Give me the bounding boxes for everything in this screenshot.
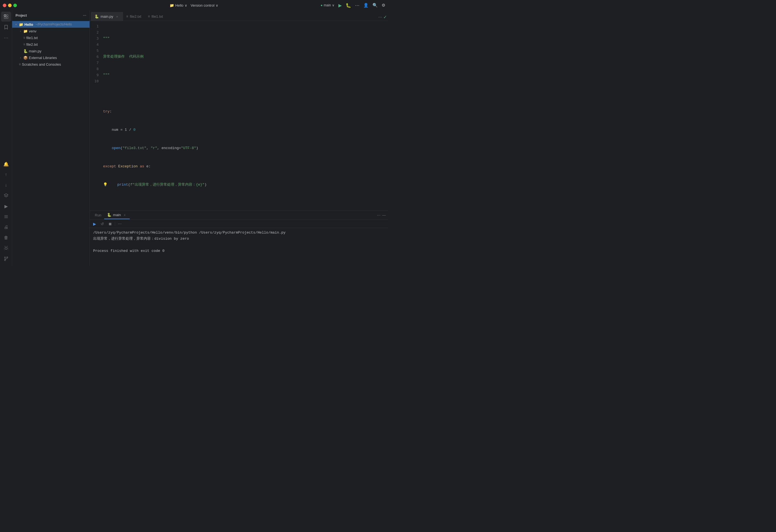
tree-hello-path: ~/PycharmProjects/Hello bbox=[35, 22, 72, 26]
sidebar-list-icon[interactable] bbox=[1, 212, 11, 222]
svg-rect-2 bbox=[4, 17, 6, 19]
line-numbers: 1 2 3 4 5 6 7 8 9 10 bbox=[90, 21, 101, 211]
tree-label-file1: file1.txt bbox=[26, 36, 38, 40]
stop-toolbar-btn[interactable]: ⏹ bbox=[107, 220, 114, 228]
traffic-lights bbox=[3, 4, 17, 7]
tab-label-main-py: main.py bbox=[101, 14, 113, 19]
svg-point-10 bbox=[4, 260, 6, 261]
run-button[interactable]: ▶ bbox=[338, 3, 342, 8]
close-window-button[interactable] bbox=[3, 4, 6, 7]
tree-item-file1[interactable]: ≡ file1.txt bbox=[12, 34, 89, 41]
folder-icon-ext: 📦 bbox=[23, 56, 28, 60]
project-selector[interactable]: 📁 Hello ∨ bbox=[170, 3, 187, 7]
console-output: /Users/zyq/PycharmProjects/Hello/venv/bi… bbox=[90, 228, 388, 266]
tree-label-main-py: main.py bbox=[29, 49, 41, 53]
code-editor[interactable]: 1 2 3 4 5 6 7 8 9 10 """ 异常处理操作 代码示例 """… bbox=[90, 21, 388, 211]
code-line-8: except Exception as e: bbox=[103, 164, 388, 170]
titlebar: 📁 Hello ∨ Version control ∨ ● main ∨ ▶ 🐛… bbox=[0, 0, 388, 11]
tree-item-main-py[interactable]: 🐍 main.py bbox=[12, 48, 89, 54]
minimize-window-button[interactable] bbox=[8, 4, 12, 7]
txt-icon-file2: ≡ bbox=[23, 42, 25, 46]
project-panel: Project ⋯ ▼ 📁 Hello ~/PycharmProjects/He… bbox=[12, 11, 90, 266]
tab-main-py[interactable]: 🐍 main.py × bbox=[91, 12, 123, 21]
sidebar-bookmark-icon[interactable] bbox=[1, 22, 11, 32]
sidebar-bug-icon[interactable] bbox=[1, 243, 11, 253]
tree-item-hello[interactable]: ▼ 📁 Hello ~/PycharmProjects/Hello bbox=[12, 21, 89, 28]
maximize-window-button[interactable] bbox=[13, 4, 17, 7]
titlebar-right: ● main ∨ ▶ 🐛 ⋯ 👤 🔍 ⚙ bbox=[321, 3, 385, 8]
tab-file1-txt[interactable]: ≡ file1.txt bbox=[145, 12, 166, 21]
tab-bar-more[interactable]: ⋯ bbox=[378, 15, 382, 19]
more-actions-button[interactable]: ⋯ bbox=[355, 3, 360, 8]
sidebar-trash-icon[interactable]: 🗑 bbox=[1, 233, 11, 243]
folder-icon-venv: 📁 bbox=[23, 29, 28, 33]
sidebar-layers-icon[interactable] bbox=[1, 191, 11, 201]
bottom-tabs: Run 🐍 main × ⋯ — bbox=[90, 211, 388, 220]
code-line-7: open("file3.txt", "r", encoding="UTF-8") bbox=[103, 145, 388, 151]
bottom-tab-actions: ⋯ — bbox=[377, 213, 386, 217]
tab-txt-icon-file1: ≡ bbox=[148, 14, 150, 18]
sidebar-down-icon[interactable]: ↓ bbox=[1, 180, 11, 190]
folder-icon: 📁 bbox=[170, 3, 174, 7]
sidebar-up-icon[interactable]: ↑ bbox=[1, 170, 11, 180]
chevron-down-icon: ∨ bbox=[216, 3, 218, 7]
txt-icon-file1: ≡ bbox=[23, 36, 25, 40]
titlebar-center: 📁 Hello ∨ Version control ∨ bbox=[170, 3, 218, 7]
tree-label-venv: venv bbox=[29, 29, 36, 33]
tree-item-venv[interactable]: › 📁 venv bbox=[12, 28, 89, 34]
svg-point-7 bbox=[5, 247, 7, 249]
tree-arrow-venv: › bbox=[19, 30, 22, 33]
bottom-panel: Run 🐍 main × ⋯ — ▶ ↺ ⏹ ⋯ /U bbox=[90, 211, 388, 266]
code-line-4 bbox=[103, 90, 388, 96]
code-line-10 bbox=[103, 200, 388, 206]
bottom-tab-more[interactable]: ⋯ bbox=[377, 213, 381, 217]
tab-bar-actions: ⋯ ✓ bbox=[378, 14, 387, 21]
console-line-4: Process finished with exit code 0 bbox=[93, 248, 385, 254]
sidebar-project-icon[interactable] bbox=[1, 12, 11, 22]
tab-label-file2: file2.txt bbox=[130, 14, 141, 19]
project-header-more[interactable]: ⋯ bbox=[83, 14, 86, 17]
search-button[interactable]: 🔍 bbox=[373, 3, 378, 8]
tab-file2-txt[interactable]: ≡ file2.txt bbox=[123, 12, 145, 21]
check-mark-icon: ✓ bbox=[383, 14, 387, 20]
bottom-tab-main[interactable]: 🐍 main × bbox=[104, 211, 130, 219]
bottom-tab-run[interactable]: Run bbox=[92, 211, 104, 219]
version-control-label: Version control bbox=[191, 3, 214, 7]
code-content[interactable]: """ 异常处理操作 代码示例 """ try: num = 1 / 0 ope… bbox=[101, 21, 388, 211]
svg-rect-0 bbox=[4, 15, 6, 16]
main-layout: ⋯ 🔔 ↑ ↓ ▶ 🖨 🗑 Project ⋯ bbox=[0, 11, 388, 266]
console-line-1: /Users/zyq/PycharmProjects/Hello/venv/bi… bbox=[93, 230, 385, 236]
debug-button[interactable]: 🐛 bbox=[346, 3, 351, 8]
sidebar-icons-bottom: 🔔 ↑ ↓ ▶ 🖨 🗑 bbox=[1, 159, 11, 266]
tab-label-file1: file1.txt bbox=[152, 14, 163, 19]
bottom-toolbar: ▶ ↺ ⏹ ⋯ bbox=[90, 220, 388, 228]
sidebar-notifications-icon[interactable]: 🔔 bbox=[1, 159, 11, 169]
user-button[interactable]: 👤 bbox=[363, 3, 369, 8]
tree-item-file2[interactable]: ≡ file2.txt bbox=[12, 41, 89, 48]
main-tab-label: main bbox=[113, 213, 121, 217]
bottom-tab-close[interactable]: × bbox=[123, 213, 127, 217]
run-toolbar-btn[interactable]: ▶ bbox=[91, 220, 98, 228]
sidebar-run-icon[interactable]: ▶ bbox=[1, 201, 11, 211]
code-line-2: 异常处理操作 代码示例 bbox=[103, 54, 388, 60]
more-toolbar-btn[interactable]: ⋯ bbox=[116, 220, 123, 228]
version-control-selector[interactable]: Version control ∨ bbox=[191, 3, 218, 7]
sidebar-print-icon[interactable]: 🖨 bbox=[1, 222, 11, 232]
tree-item-scratches[interactable]: ≡ Scratches and Consoles bbox=[12, 61, 89, 68]
sidebar-git-icon[interactable] bbox=[1, 254, 11, 264]
settings-button[interactable]: ⚙ bbox=[382, 3, 385, 8]
rerun-toolbar-btn[interactable]: ↺ bbox=[99, 220, 106, 228]
bottom-tab-minimize[interactable]: — bbox=[382, 213, 386, 217]
py-icon-main: 🐍 bbox=[23, 49, 28, 53]
project-label: Project bbox=[15, 14, 27, 17]
tab-bar: 🐍 main.py × ≡ file2.txt ≡ file1.txt ⋯ ✓ bbox=[90, 11, 388, 21]
tree-arrow-external-libs: › bbox=[19, 56, 22, 59]
code-line-5: try: bbox=[103, 108, 388, 115]
sidebar-more-icon[interactable]: ⋯ bbox=[1, 33, 11, 43]
tree-label-hello: Hello bbox=[24, 22, 33, 27]
tab-close-main-py[interactable]: × bbox=[115, 14, 120, 19]
sidebar-icons: ⋯ 🔔 ↑ ↓ ▶ 🖨 🗑 bbox=[0, 11, 12, 266]
console-line-3 bbox=[93, 242, 385, 248]
svg-point-9 bbox=[7, 257, 8, 258]
tree-item-external-libs[interactable]: › 📦 External Libraries bbox=[12, 54, 89, 61]
